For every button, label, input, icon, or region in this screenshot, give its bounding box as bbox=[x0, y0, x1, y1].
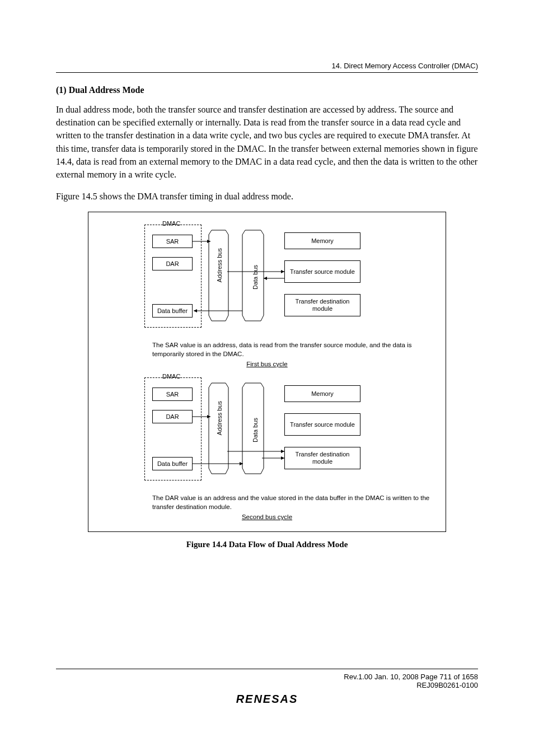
footer: Rev.1.00 Jan. 10, 2008 Page 711 of 1658 … bbox=[56, 669, 478, 706]
diagram-second-cycle: DMAC SAR DAR Data buffer Address bus Dat… bbox=[100, 373, 434, 491]
first-cycle-description: The SAR value is an address, data is rea… bbox=[152, 341, 434, 358]
diagram-first-cycle: DMAC SAR DAR Data buffer Address bus Dat… bbox=[100, 220, 434, 338]
header-separator: 14. Direct Memory Access Controller (DMA… bbox=[56, 62, 478, 73]
page-header-title: 14. Direct Memory Access Controller (DMA… bbox=[56, 62, 478, 70]
first-cycle-label: First bus cycle bbox=[100, 361, 434, 367]
section-title: (1) Dual Address Mode bbox=[56, 85, 478, 95]
footer-revision: Rev.1.00 Jan. 10, 2008 Page 711 of 1658 bbox=[56, 673, 478, 681]
footer-docid: REJ09B0261-0100 bbox=[56, 681, 478, 689]
paragraph-2: Figure 14.5 shows the DMA transfer timin… bbox=[56, 190, 478, 203]
figure-14-4: DMAC SAR DAR Data buffer Address bus Dat… bbox=[88, 212, 446, 532]
diagram-connectors-2 bbox=[100, 373, 435, 491]
figure-caption: Figure 14.4 Data Flow of Dual Address Mo… bbox=[56, 540, 478, 549]
document-page: 14. Direct Memory Access Controller (DMA… bbox=[0, 0, 534, 756]
renesas-logo: RENESAS bbox=[56, 693, 478, 706]
second-cycle-description: The DAR value is an address and the valu… bbox=[152, 494, 434, 511]
diagram-connectors-1 bbox=[100, 220, 435, 338]
second-cycle-label: Second bus cycle bbox=[100, 514, 434, 520]
paragraph-1: In dual address mode, both the transfer … bbox=[56, 103, 478, 181]
footer-separator bbox=[56, 669, 478, 669]
